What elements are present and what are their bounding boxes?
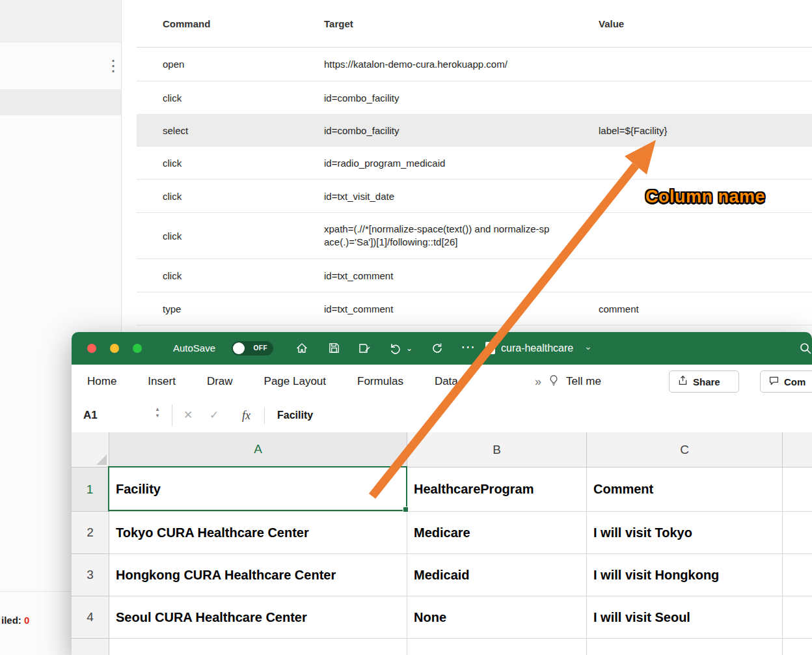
home-icon[interactable] bbox=[295, 342, 308, 357]
step-command: click bbox=[163, 270, 182, 281]
cell-A5[interactable] bbox=[109, 639, 407, 655]
cell-A3[interactable]: Hongkong CURA Healthcare Center bbox=[109, 554, 407, 596]
tab-home[interactable]: Home bbox=[87, 375, 116, 388]
traffic-light-close-icon[interactable] bbox=[87, 344, 96, 353]
kebab-menu-icon[interactable]: ⋮ bbox=[105, 57, 121, 74]
sidebar-selected-item[interactable] bbox=[0, 89, 121, 115]
cell-B2[interactable]: Medicare bbox=[407, 512, 587, 554]
sheet-row: 4 Seoul CURA Healthcare Center None I wi… bbox=[72, 596, 812, 639]
step-command: click bbox=[163, 230, 182, 241]
test-step-row[interactable]: click id=combo_facility bbox=[137, 81, 812, 115]
more-commands-icon[interactable]: ⋯ bbox=[461, 339, 476, 355]
tab-insert[interactable]: Insert bbox=[148, 375, 176, 388]
cell-A4[interactable]: Seoul CURA Healthcare Center bbox=[109, 596, 407, 639]
column-header-partial[interactable] bbox=[783, 432, 812, 467]
column-header-B[interactable]: B bbox=[407, 432, 587, 467]
share-label: Share bbox=[693, 376, 720, 387]
ribbon-extras: » Tell me bbox=[535, 365, 601, 398]
tell-me-button[interactable]: Tell me bbox=[566, 375, 601, 388]
name-box[interactable]: A1 bbox=[83, 398, 98, 432]
select-all-corner[interactable] bbox=[72, 432, 109, 467]
accept-icon[interactable]: ✓ bbox=[210, 398, 219, 432]
tab-draw[interactable]: Draw bbox=[207, 375, 233, 388]
tab-formulas[interactable]: Formulas bbox=[357, 375, 403, 388]
step-value: comment bbox=[599, 303, 639, 314]
cell-D3[interactable] bbox=[783, 554, 812, 596]
cell-C4[interactable]: I will visit Seoul bbox=[587, 596, 783, 639]
cell-A1[interactable]: Facility bbox=[109, 467, 407, 512]
document-title[interactable]: cura-healthcare bbox=[501, 332, 573, 365]
sheet-row: 2 Tokyo CURA Healthcare Center Medicare … bbox=[72, 512, 812, 554]
spinner-down-icon[interactable]: ▼ bbox=[155, 413, 160, 419]
step-target: https://katalon-demo-cura.herokuapp.com/ bbox=[324, 59, 508, 70]
formula-bar-divider bbox=[172, 404, 172, 426]
spinner-up-icon[interactable]: ▲ bbox=[155, 407, 160, 412]
cell-C3[interactable]: I will visit Hongkong bbox=[587, 554, 783, 596]
row-header-4[interactable]: 4 bbox=[72, 596, 109, 639]
undo-icon[interactable] bbox=[389, 342, 402, 357]
autosave-label: AutoSave bbox=[173, 332, 215, 365]
column-header-A[interactable]: A bbox=[109, 432, 407, 467]
row-header-1[interactable]: 1 bbox=[72, 467, 109, 512]
tab-data[interactable]: Data bbox=[435, 375, 458, 388]
step-command: click bbox=[163, 190, 182, 201]
test-step-row-selected[interactable]: select id=combo_facility label=${Facilit… bbox=[137, 114, 812, 146]
formula-bar-value[interactable]: Facility bbox=[277, 398, 313, 432]
spreadsheet-grid: A B C 1 Facility HealthcareProgram Comme… bbox=[72, 432, 812, 655]
sheet-row: 3 Hongkong CURA Healthcare Center Medica… bbox=[72, 554, 812, 596]
share-button[interactable]: Share bbox=[669, 370, 739, 393]
sheet-row-partial bbox=[72, 639, 812, 655]
save-as-icon[interactable] bbox=[358, 342, 371, 357]
cell-D5[interactable] bbox=[783, 639, 812, 655]
test-step-row[interactable]: click id=txt_comment bbox=[137, 258, 812, 292]
test-step-row[interactable]: open https://katalon-demo-cura.herokuapp… bbox=[137, 47, 812, 81]
autosave-state-label: OFF bbox=[254, 341, 268, 355]
cell-C5[interactable] bbox=[587, 639, 783, 655]
cell-B5[interactable] bbox=[407, 639, 587, 655]
traffic-light-minimize-icon[interactable] bbox=[110, 344, 119, 353]
row-header-5[interactable] bbox=[72, 639, 109, 655]
cell-B3[interactable]: Medicaid bbox=[407, 554, 587, 596]
test-step-row[interactable]: type id=txt_comment comment bbox=[137, 292, 812, 326]
cell-C2[interactable]: I will visit Tokyo bbox=[587, 512, 783, 554]
row-header-2[interactable]: 2 bbox=[72, 512, 109, 554]
tab-page-layout[interactable]: Page Layout bbox=[264, 375, 326, 388]
cell-D2[interactable] bbox=[783, 512, 812, 554]
test-step-row[interactable]: click xpath=(.//*[normalize-space(text()… bbox=[137, 212, 812, 259]
row-header-3[interactable]: 3 bbox=[72, 554, 109, 596]
step-target: id=txt_comment bbox=[324, 270, 393, 281]
cell-C1[interactable]: Comment bbox=[587, 467, 783, 512]
step-target: id=txt_comment bbox=[324, 303, 393, 314]
autosave-toggle[interactable]: OFF bbox=[232, 341, 273, 355]
cancel-icon[interactable]: ✕ bbox=[183, 398, 193, 432]
redo-icon[interactable] bbox=[431, 342, 444, 357]
cell-B1[interactable]: HealthcareProgram bbox=[407, 467, 587, 512]
column-header-C[interactable]: C bbox=[587, 432, 783, 467]
cell-D1[interactable] bbox=[783, 467, 812, 512]
step-target: id=radio_program_medicaid bbox=[324, 157, 445, 168]
step-target: id=combo_facility bbox=[324, 92, 399, 103]
traffic-light-zoom-icon[interactable] bbox=[133, 344, 142, 353]
step-target: id=combo_facility bbox=[324, 124, 399, 135]
cell-A2[interactable]: Tokyo CURA Healthcare Center bbox=[109, 512, 407, 554]
test-step-row[interactable]: click id=radio_program_medicaid bbox=[137, 146, 812, 180]
comments-label: Com bbox=[784, 376, 805, 387]
document-title-chevron-icon[interactable]: ⌄ bbox=[584, 341, 592, 352]
comments-button[interactable]: Com bbox=[760, 370, 812, 393]
step-command: open bbox=[163, 59, 184, 70]
search-icon[interactable] bbox=[799, 342, 812, 357]
save-icon[interactable] bbox=[328, 342, 340, 357]
undo-dropdown-caret-icon[interactable]: ⌄ bbox=[406, 344, 413, 353]
annotation-label: Column name bbox=[645, 187, 765, 207]
excel-titlebar: AutoSave OFF ⌄ ⋯ X cura-heal bbox=[72, 332, 812, 365]
cell-B4[interactable]: None bbox=[407, 596, 587, 639]
status-badge: iled: 0 bbox=[1, 615, 29, 626]
ribbon-tab-bar: Home Insert Draw Page Layout Formulas Da… bbox=[72, 365, 812, 399]
steps-table-header: Command Target Value bbox=[137, 0, 812, 48]
tab-overflow-icon[interactable]: » bbox=[535, 375, 541, 389]
cell-D4[interactable] bbox=[783, 596, 812, 639]
name-box-spinner[interactable]: ▲ ▼ bbox=[155, 407, 160, 419]
comment-bubble-icon bbox=[768, 375, 779, 388]
insert-function-icon[interactable]: fx bbox=[242, 398, 250, 432]
sheet-row: 1 Facility HealthcareProgram Comment bbox=[72, 467, 812, 512]
